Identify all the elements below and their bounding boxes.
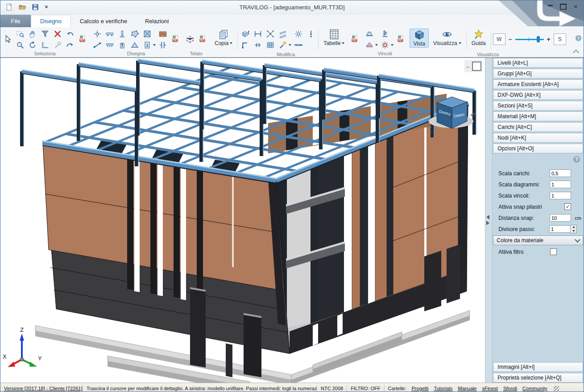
- chevron-down-icon[interactable]: [375, 44, 378, 46]
- draw-wall-button[interactable]: [157, 29, 168, 39]
- panel-proprieta-selezione[interactable]: Proprietà selezione [Alt+Q]: [493, 373, 583, 383]
- panel-carichi[interactable]: Carichi [Alt+C]: [493, 122, 583, 132]
- attiva-filtro-checkbox[interactable]: [550, 248, 557, 255]
- panel-nodi[interactable]: Nodi [Alt+K]: [493, 133, 583, 143]
- chevron-down-icon[interactable]: [289, 44, 291, 46]
- ribbon-collapse-button[interactable]: [573, 50, 579, 56]
- divisore-passo-input[interactable]: [549, 225, 571, 233]
- detail-slider[interactable]: [515, 36, 544, 42]
- chevron-down-icon[interactable]: [230, 42, 232, 44]
- mirror-button[interactable]: [277, 29, 288, 39]
- draw-slab-x-button[interactable]: [141, 29, 153, 39]
- undo-button[interactable]: [64, 29, 75, 39]
- draw-column-button[interactable]: [116, 29, 128, 39]
- colore-materiale-select[interactable]: Colore da materiale: [493, 235, 583, 245]
- scala-vincoli-input[interactable]: [550, 192, 571, 199]
- pdf-help-vincoli-button[interactable]: [395, 29, 406, 50]
- maximize-button[interactable]: [560, 4, 567, 10]
- extrude-button[interactable]: [240, 29, 251, 39]
- tab-relazioni[interactable]: Relazioni: [136, 15, 178, 27]
- link-xfinest[interactable]: xFinest: [482, 386, 497, 391]
- zoom-button[interactable]: [14, 40, 25, 50]
- panel-dxf-dwg[interactable]: DXF-DWG [Alt+X]: [493, 90, 583, 100]
- copy-button[interactable]: Copia: [211, 29, 236, 47]
- support-fixed-button[interactable]: [364, 29, 375, 39]
- draw-number-button[interactable]: [141, 40, 153, 50]
- detail-plus-button[interactable]: +: [547, 36, 551, 43]
- draw-lift-button[interactable]: [116, 40, 128, 50]
- tab-file[interactable]: File: [0, 15, 31, 27]
- tables-button[interactable]: Tabelle: [320, 29, 348, 47]
- link-tutorials[interactable]: Tutorials: [434, 386, 452, 391]
- panel-materiali[interactable]: Materiali [Alt+M]: [493, 111, 583, 121]
- grid-edit-button[interactable]: [265, 40, 276, 50]
- select-pointer-button[interactable]: [2, 29, 13, 50]
- wizard-button[interactable]: [277, 40, 288, 50]
- solid-s-button[interactable]: S: [554, 33, 566, 45]
- resize-grip[interactable]: [554, 386, 559, 391]
- expand-right-icon[interactable]: [486, 221, 489, 225]
- zoom-window-button[interactable]: [14, 29, 25, 39]
- chevron-down-icon[interactable]: [342, 42, 344, 44]
- divisore-passo-stepper[interactable]: [571, 225, 577, 233]
- split-button[interactable]: [252, 40, 263, 50]
- draw-floor-button[interactable]: [129, 29, 140, 39]
- vista-button[interactable]: Vista: [410, 29, 428, 48]
- wireframe-w-button[interactable]: W: [493, 33, 505, 45]
- sidebar-splitter-rail[interactable]: [485, 58, 493, 383]
- chevron-down-icon[interactable]: [153, 44, 156, 46]
- corner-button[interactable]: [240, 40, 251, 50]
- scala-diagrammi-input[interactable]: [550, 181, 571, 188]
- chevron-down-icon[interactable]: [459, 42, 461, 44]
- pdf-help-disegna-button[interactable]: [170, 29, 181, 50]
- merge-node-button[interactable]: [265, 29, 276, 39]
- distanza-snap-input[interactable]: [550, 214, 571, 222]
- version-link[interactable]: Versione [2017.18] - Cliente [72261]: [0, 385, 83, 392]
- measure-ruler-button[interactable]: [39, 40, 50, 50]
- close-button[interactable]: ×: [574, 4, 577, 10]
- panel-gruppi[interactable]: Gruppi [Alt+G]: [493, 69, 583, 78]
- distance-button[interactable]: [252, 29, 263, 39]
- pan-button[interactable]: [27, 29, 38, 39]
- detail-minus-button[interactable]: –: [509, 36, 512, 43]
- chevron-down-icon[interactable]: [391, 44, 393, 46]
- redo-button[interactable]: [64, 40, 75, 50]
- guida-button[interactable]: Guida: [468, 29, 489, 47]
- collapse-left-icon[interactable]: [486, 215, 489, 219]
- splitter-handle[interactable]: [486, 215, 489, 225]
- back-view-button[interactable]: ←: [464, 60, 482, 72]
- spring-button[interactable]: [379, 29, 390, 39]
- model-viewport[interactable]: E N Destra Dietro Z: [0, 58, 485, 383]
- link-sfondi[interactable]: Sfondi: [503, 386, 517, 391]
- panel-armature-esistenti[interactable]: Armature Esistenti [Alt+A]: [493, 79, 583, 89]
- move-node-button[interactable]: [305, 29, 316, 39]
- explode-button[interactable]: [293, 29, 304, 39]
- pdf-help-modifica-button[interactable]: [349, 29, 360, 50]
- draw-triangle-button[interactable]: [129, 40, 140, 50]
- panel-livelli[interactable]: Livelli [Alt+L]: [493, 58, 583, 68]
- link-manuale[interactable]: Manuale: [458, 386, 476, 391]
- refresh-button[interactable]: [27, 40, 38, 50]
- divide-button[interactable]: [293, 40, 304, 50]
- pdf-help-telaio-button[interactable]: [197, 29, 208, 50]
- delete-button[interactable]: [52, 29, 63, 39]
- link-community[interactable]: Community: [522, 386, 547, 391]
- aiuto-button[interactable]: Aiuto: [575, 27, 584, 49]
- draw-align-button[interactable]: [157, 40, 168, 50]
- panel-opzioni[interactable]: Opzioni [Alt+O]: [493, 144, 583, 153]
- options-help-icon[interactable]: ?: [573, 156, 580, 163]
- scala-carichi-input[interactable]: [550, 169, 571, 177]
- link-progetti[interactable]: Progetti: [412, 386, 429, 391]
- draw-node-button[interactable]: [91, 29, 103, 39]
- filter-funnel-button[interactable]: [39, 29, 50, 39]
- minimize-button[interactable]: [548, 4, 553, 6]
- pdf-help-seleziona-button[interactable]: [77, 29, 88, 50]
- panel-sezioni[interactable]: Sezioni [Alt+S]: [493, 101, 583, 111]
- panel-immagini[interactable]: Immagini [Alt+I]: [493, 362, 583, 372]
- frame-wizard-button[interactable]: [184, 29, 195, 50]
- model-3d-view[interactable]: E N Destra Dietro Z: [0, 58, 485, 383]
- draw-beam-button[interactable]: [104, 29, 115, 39]
- draw-line-button[interactable]: [91, 40, 103, 50]
- draw-support-button[interactable]: [104, 40, 115, 50]
- foundation-button[interactable]: [364, 40, 375, 50]
